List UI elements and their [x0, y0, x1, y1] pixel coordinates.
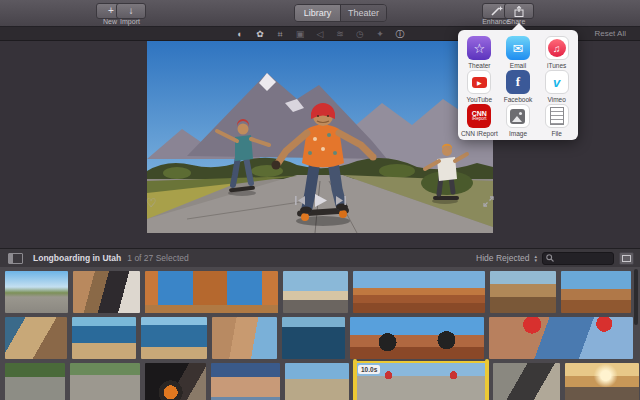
thumbnail-water-jump[interactable] — [282, 317, 345, 359]
chevron-up-down-icon[interactable]: ▴▾ — [534, 254, 537, 262]
thumbnail-sunglasses-closeup[interactable] — [73, 271, 140, 313]
share-item-youtube[interactable]: ▶ YouTube — [460, 70, 499, 104]
sidebar-toggle-icon[interactable] — [8, 253, 23, 264]
thumbnail-cliff-jump[interactable] — [141, 317, 207, 359]
email-icon: ✉ — [506, 36, 530, 60]
share-item-itunes[interactable]: ♫ iTunes — [537, 36, 576, 70]
thumbnail-desert-road[interactable] — [5, 271, 68, 313]
filmstrip-row-2 — [5, 317, 633, 359]
thumbnail-sunset-silhouette[interactable] — [565, 363, 639, 400]
hide-rejected-filter[interactable]: Hide Rejected — [476, 253, 529, 263]
thumbnail-longboard-downhill[interactable] — [5, 363, 65, 400]
clip-title: Longboarding in Utah — [33, 253, 121, 263]
share-item-email[interactable]: ✉ Email — [499, 36, 538, 70]
share-button[interactable] — [504, 3, 534, 19]
speed-icon[interactable]: ◷ — [355, 28, 366, 40]
thumbnail-monument-valley[interactable] — [353, 271, 485, 313]
vimeo-icon: v — [545, 70, 569, 94]
stabilization-icon[interactable]: ▣ — [295, 28, 306, 40]
library-theater-segmented-control: Library Theater — [294, 4, 387, 22]
search-input[interactable] — [556, 253, 610, 264]
tab-library[interactable]: Library — [295, 5, 340, 21]
thumbnail-canyon-overlook[interactable] — [490, 271, 556, 313]
color-correction-icon[interactable]: ✿ — [255, 28, 266, 40]
next-frame-icon[interactable] — [336, 196, 346, 205]
cnn-ireport-icon: CNNiReport — [467, 104, 491, 128]
share-item-image[interactable]: Image — [499, 104, 538, 138]
top-toolbar: + New ↓ Import Library Theater Enhance S… — [0, 0, 640, 27]
color-balance-icon[interactable]: ◐ — [235, 28, 246, 40]
thumbnail-appearance-button[interactable] — [619, 252, 634, 265]
share-icon — [514, 6, 524, 17]
fullscreen-icon[interactable] — [483, 196, 494, 207]
selection-count: 1 of 27 Selected — [127, 253, 188, 263]
thumbnail-longboard-crouch[interactable] — [70, 363, 140, 400]
thumbnail-person-portrait[interactable] — [283, 271, 348, 313]
image-icon — [506, 104, 530, 128]
share-popover: ☆ Theater ✉ Email ♫ iTunes ▶ YouTube f F… — [458, 30, 578, 140]
import-button[interactable]: ↓ — [116, 3, 146, 19]
clip-duration-badge: 10.0s — [358, 365, 380, 374]
share-item-vimeo[interactable]: v Vimeo — [537, 70, 576, 104]
import-button-label: Import — [113, 18, 147, 25]
reset-all-button[interactable]: Reset All — [594, 29, 626, 38]
thumbnail-selected-clip[interactable]: 10.0s — [354, 361, 488, 400]
thumbnail-skater-boy[interactable] — [285, 363, 349, 400]
theater-icon: ☆ — [467, 36, 491, 60]
filmstrip-browser: 10.0s — [0, 267, 640, 400]
enhance-wand-icon — [491, 6, 503, 16]
thumbnail-group-on-rocks[interactable] — [561, 271, 631, 313]
share-item-facebook[interactable]: f Facebook — [499, 70, 538, 104]
search-icon — [546, 254, 554, 262]
trim-handle-right[interactable] — [485, 359, 489, 400]
share-item-file[interactable]: File — [537, 104, 576, 138]
filmstrip-row-1 — [5, 271, 631, 313]
effects-icon[interactable]: ✦ — [375, 28, 386, 40]
thumbnail-red-helmet-selfie[interactable] — [489, 317, 633, 359]
info-icon[interactable]: ⓘ — [395, 28, 406, 40]
volume-icon[interactable]: ◁ — [315, 28, 326, 40]
previous-frame-icon[interactable] — [295, 196, 305, 205]
share-item-cnn-ireport[interactable]: CNNiReport CNN iReport — [460, 104, 499, 138]
tab-theater[interactable]: Theater — [340, 5, 386, 21]
share-item-theater[interactable]: ☆ Theater — [460, 36, 499, 70]
file-icon — [545, 104, 569, 128]
noise-reduction-icon[interactable]: ≋ — [335, 28, 346, 40]
clip-info-bar: Longboarding in Utah 1 of 27 Selected Hi… — [0, 248, 640, 268]
facebook-icon: f — [506, 70, 530, 94]
filmstrip-row-3: 10.0s — [5, 363, 639, 400]
playback-controls — [0, 194, 640, 207]
thumbnail-bike-on-road[interactable] — [493, 363, 560, 400]
plus-icon: + — [108, 5, 114, 16]
crop-icon[interactable]: ⌗ — [275, 28, 286, 40]
trim-handle-left[interactable] — [353, 359, 357, 400]
thumbnail-rock-arch[interactable] — [145, 271, 278, 313]
thumbnail-mountain-biking[interactable] — [350, 317, 484, 359]
thumbnail-skateboard-wheel[interactable] — [145, 363, 206, 400]
itunes-icon: ♫ — [545, 36, 569, 60]
filmstrip-scrollbar[interactable] — [634, 269, 638, 325]
thumbnail-helmet-girl[interactable] — [211, 363, 280, 400]
youtube-icon: ▶ — [467, 70, 491, 94]
thumbnail-selfie-trio[interactable] — [212, 317, 277, 359]
imovie-window: + New ↓ Import Library Theater Enhance S… — [0, 0, 640, 400]
search-field[interactable] — [542, 252, 614, 265]
play-icon[interactable] — [314, 194, 327, 207]
thumbnail-guitar-group[interactable] — [5, 317, 67, 359]
import-arrow-icon: ↓ — [129, 5, 134, 16]
thumbnail-cliff-walk[interactable] — [72, 317, 136, 359]
